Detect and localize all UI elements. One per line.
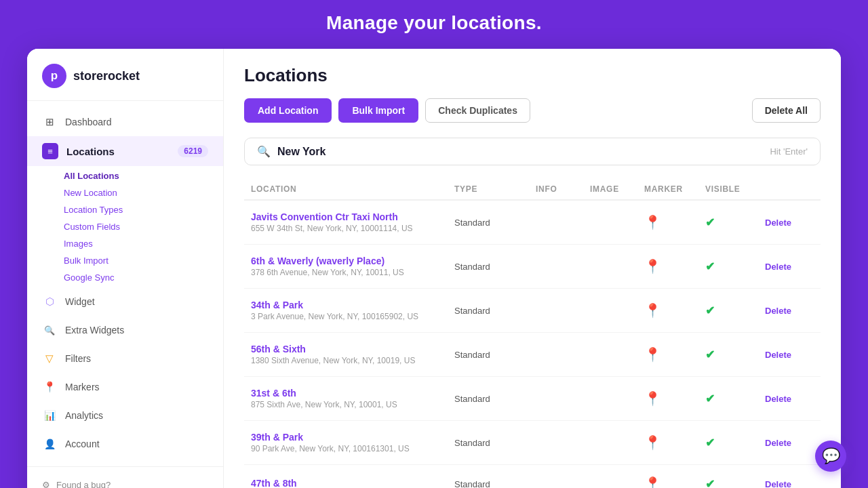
actions-cell: Delete	[760, 215, 814, 230]
sidebar-item-account[interactable]: 👤 Account	[27, 430, 223, 458]
sidebar-item-label: Locations	[66, 146, 115, 157]
sidebar-item-location-types[interactable]: Location Types	[64, 201, 223, 218]
sidebar-item-bulk-import[interactable]: Bulk Import	[64, 252, 223, 269]
visible-cell: ✔	[705, 477, 760, 489]
delete-all-button[interactable]: Delete All	[752, 98, 821, 123]
table-row: 47th & 8th Standard 📍 ✔ Delete	[244, 465, 821, 488]
logo-area: p storerocket	[27, 49, 223, 101]
actions-cell: Delete	[760, 476, 814, 489]
chat-icon: 💬	[822, 447, 840, 465]
delete-button[interactable]: Delete	[760, 215, 797, 230]
sidebar-item-filters[interactable]: ▽ Filters	[27, 344, 223, 373]
location-name[interactable]: 31st & 6th	[251, 388, 454, 399]
sidebar-item-google-sync[interactable]: Google Sync	[64, 269, 223, 286]
add-location-button[interactable]: Add Location	[244, 98, 332, 123]
locations-table: LOCATION TYPE INFO IMAGE MARKER VISIBLE …	[244, 178, 821, 488]
bulk-import-button[interactable]: Bulk Import	[338, 98, 418, 123]
sidebar-item-label: Dashboard	[65, 117, 112, 127]
location-cell: 31st & 6th 875 Sixth Ave, New York, NY, …	[251, 388, 454, 409]
delete-button[interactable]: Delete	[760, 476, 797, 489]
sidebar-bottom: ⚙ Found a bug? ⚙ Feature Requests	[27, 466, 223, 488]
actions-cell: Delete	[760, 347, 814, 363]
location-cell: 56th & Sixth 1380 Sixth Avenue, New York…	[251, 344, 454, 365]
sidebar-item-custom-fields[interactable]: Custom Fields	[64, 218, 223, 235]
location-name[interactable]: 34th & Park	[251, 300, 454, 310]
filters-icon: ▽	[42, 351, 57, 366]
sidebar-item-label: Filters	[65, 353, 91, 364]
sidebar-item-images[interactable]: Images	[64, 235, 223, 252]
widget-icon: ⬡	[42, 294, 57, 309]
delete-button[interactable]: Delete	[760, 259, 797, 274]
location-cell: 34th & Park 3 Park Avenue, New York, NY,…	[251, 300, 454, 321]
visible-cell: ✔	[705, 436, 760, 450]
table-row: 31st & 6th 875 Sixth Ave, New York, NY, …	[244, 377, 821, 421]
sidebar-item-label: Widget	[65, 296, 95, 307]
delete-button[interactable]: Delete	[760, 303, 797, 319]
visible-cell: ✔	[705, 392, 760, 406]
table-row: 34th & Park 3 Park Avenue, New York, NY,…	[244, 289, 821, 333]
marker-cell: 📍	[644, 346, 705, 363]
actions-cell: Delete	[760, 435, 814, 451]
app-shell: p storerocket ⊞ Dashboard ≡ Locations 62…	[27, 49, 841, 488]
col-type: TYPE	[454, 184, 536, 194]
location-address: 3 Park Avenue, New York, NY, 100165902, …	[251, 312, 454, 321]
col-info: INFO	[536, 184, 590, 194]
col-actions	[760, 184, 814, 194]
sidebar-item-widget[interactable]: ⬡ Widget	[27, 287, 223, 316]
table-row: Javits Convention Ctr Taxi North 655 W 3…	[244, 201, 821, 245]
location-cell: 39th & Park 90 Park Ave, New York, NY, 1…	[251, 432, 454, 453]
col-marker: MARKER	[644, 184, 705, 194]
actions-cell: Delete	[760, 259, 814, 274]
location-name[interactable]: Javits Convention Ctr Taxi North	[251, 211, 454, 222]
visible-cell: ✔	[705, 348, 760, 362]
toolbar: Add Location Bulk Import Check Duplicate…	[244, 98, 821, 123]
location-name[interactable]: 39th & Park	[251, 432, 454, 443]
dashboard-icon: ⊞	[42, 115, 57, 129]
delete-button[interactable]: Delete	[760, 391, 797, 407]
table-body: Javits Convention Ctr Taxi North 655 W 3…	[244, 201, 821, 488]
delete-button[interactable]: Delete	[760, 347, 797, 363]
table-row: 39th & Park 90 Park Ave, New York, NY, 1…	[244, 421, 821, 465]
location-name[interactable]: 56th & Sixth	[251, 344, 454, 354]
marker-cell: 📍	[644, 390, 705, 407]
location-type: Standard	[454, 218, 536, 228]
location-address: 875 Sixth Ave, New York, NY, 10001, US	[251, 400, 454, 409]
sidebar-item-locations[interactable]: ≡ Locations 6219	[27, 136, 223, 166]
delete-button[interactable]: Delete	[760, 435, 797, 451]
search-input[interactable]	[277, 146, 770, 158]
sidebar-item-new-location[interactable]: New Location	[64, 184, 223, 201]
sidebar-item-analytics[interactable]: 📊 Analytics	[27, 401, 223, 430]
sidebar-item-markers[interactable]: 📍 Markers	[27, 373, 223, 401]
marker-cell: 📍	[644, 476, 705, 488]
location-type: Standard	[454, 262, 536, 272]
marker-cell: 📍	[644, 214, 705, 230]
marker-cell: 📍	[644, 302, 705, 319]
location-name[interactable]: 6th & Waverly (waverly Place)	[251, 256, 454, 266]
markers-icon: 📍	[42, 380, 57, 394]
location-type: Standard	[454, 394, 536, 404]
found-bug-link[interactable]: ⚙ Found a bug?	[42, 476, 208, 488]
table-row: 56th & Sixth 1380 Sixth Avenue, New York…	[244, 333, 821, 377]
location-cell: 47th & 8th	[251, 478, 454, 488]
location-type: Standard	[454, 350, 536, 360]
sidebar-item-dashboard[interactable]: ⊞ Dashboard	[27, 108, 223, 136]
logo-name: storerocket	[73, 69, 140, 83]
sidebar-item-all-locations[interactable]: All Locations	[64, 167, 223, 184]
marker-cell: 📍	[644, 434, 705, 451]
visible-cell: ✔	[705, 304, 760, 318]
location-cell: Javits Convention Ctr Taxi North 655 W 3…	[251, 211, 454, 233]
sidebar-item-label: Account	[65, 439, 100, 449]
location-name[interactable]: 47th & 8th	[251, 478, 454, 488]
bug-icon: ⚙	[42, 480, 50, 488]
check-duplicates-button[interactable]: Check Duplicates	[425, 98, 530, 123]
visible-cell: ✔	[705, 260, 760, 274]
search-icon: 🔍	[257, 145, 271, 158]
sidebar-item-extra-widgets[interactable]: 🔍 Extra Widgets	[27, 316, 223, 344]
found-bug-label: Found a bug?	[56, 480, 111, 488]
marker-cell: 📍	[644, 258, 705, 274]
location-type: Standard	[454, 479, 536, 489]
location-address: 378 6th Avenue, New York, NY, 10011, US	[251, 268, 454, 277]
actions-cell: Delete	[760, 391, 814, 407]
search-hint: Hit 'Enter'	[770, 146, 808, 157]
chat-bubble-button[interactable]: 💬	[815, 441, 846, 472]
